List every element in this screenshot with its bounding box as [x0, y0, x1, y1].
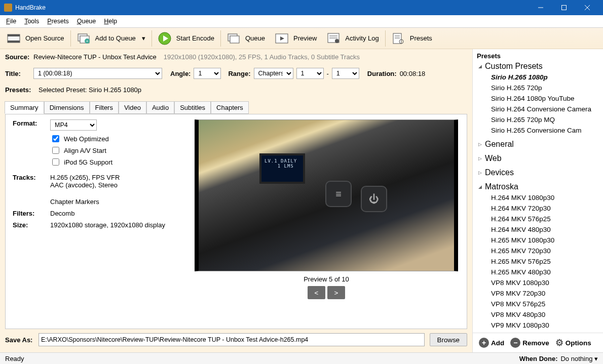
preset-item[interactable]: H.265 MKV 1080p30 [473, 235, 603, 246]
group-devices[interactable]: ▷Devices [473, 167, 603, 178]
preset-item[interactable]: Sirio H.265 720p [473, 83, 603, 93]
preset-item[interactable]: VP8 MKV 480p30 [473, 309, 603, 320]
tab-filters[interactable]: Filters [90, 101, 119, 114]
svg-point-20 [335, 39, 339, 43]
range-from-select[interactable]: 1 [296, 68, 324, 79]
tracks-line-3: Chapter Markers [50, 198, 120, 206]
open-source-button[interactable]: Open Source [2, 28, 69, 49]
tab-strip: Summary Dimensions Filters Video Audio S… [5, 101, 467, 114]
app-icon [4, 4, 12, 12]
preset-item[interactable]: VP9 MKV 1080p30 [473, 320, 603, 331]
presets-list[interactable]: ◢Custom Presets Sirio H.265 1080p Sirio … [473, 61, 603, 333]
window-title: HandBrake [15, 4, 46, 11]
separator [220, 30, 221, 47]
summary-panel: Format: MP4 Web Optimized Align A/V Star… [6, 114, 467, 329]
range-label: Range: [228, 70, 250, 77]
preset-item[interactable]: H.265 MKV 576p25 [473, 256, 603, 267]
preset-item[interactable]: Sirio H.265 Conversione Cam [473, 125, 603, 136]
tab-subtitles[interactable]: Subtitles [174, 101, 211, 114]
size-label: Size: [13, 221, 50, 229]
ipod-check[interactable]: iPod 5G Support [50, 157, 112, 167]
svg-text:+: + [86, 39, 88, 44]
preview-counter: Preview 5 of 10 [304, 275, 349, 283]
presets-icon [392, 32, 405, 45]
start-encode-button[interactable]: Start Encode [153, 28, 219, 49]
menu-help[interactable]: Help [100, 16, 121, 26]
remove-preset-button[interactable]: −Remove [508, 337, 551, 349]
duration-value: 00:08:18 [400, 70, 426, 77]
activity-log-button[interactable]: Activity Log [322, 28, 384, 49]
when-done-value[interactable]: Do nothing ▾ [560, 355, 598, 362]
queue-button[interactable]: Queue [222, 28, 270, 49]
menu-queue[interactable]: Queue [73, 16, 100, 26]
menu-tools[interactable]: Tools [20, 16, 43, 26]
close-button[interactable] [576, 0, 599, 15]
tab-summary[interactable]: Summary [5, 101, 44, 114]
play-icon [158, 32, 171, 45]
add-to-queue-button[interactable]: + Add to Queue ▾ [72, 28, 150, 49]
preview-icon [275, 32, 288, 45]
source-name: Review-Nitecore TUP - Unbox Test Advice [33, 53, 157, 61]
status-bar: Ready When Done: Do nothing ▾ [0, 352, 603, 364]
range-to-select[interactable]: 1 [332, 68, 359, 79]
separator [152, 30, 152, 47]
source-label: Source: [5, 53, 30, 61]
group-custom-presets[interactable]: ◢Custom Presets [473, 61, 603, 72]
format-select[interactable]: MP4 [50, 119, 97, 131]
preview-next-button[interactable]: > [327, 286, 345, 299]
align-av-check[interactable]: Align A/V Start [50, 145, 112, 155]
preview-thumbnail: LV.1 DAILY 1 LMS ≡ ⏻ [195, 119, 458, 271]
group-matroska[interactable]: ◢Matroska [473, 181, 603, 192]
svg-rect-14 [230, 36, 239, 43]
tracks-line-1: H.265 (x265), FPS VFR [50, 174, 120, 181]
tab-video[interactable]: Video [119, 101, 146, 114]
range-type-select[interactable]: Chapters [254, 68, 293, 79]
group-general[interactable]: ▷General [473, 139, 603, 150]
toolbar: Open Source + Add to Queue ▾ Start Encod… [0, 28, 603, 49]
web-optimized-check[interactable]: Web Optimized [50, 134, 112, 144]
preset-item[interactable]: VP8 MKV 720p30 [473, 288, 603, 299]
title-label: Title: [5, 70, 30, 77]
presets-button[interactable]: Presets [387, 28, 437, 49]
tab-chapters[interactable]: Chapters [211, 101, 249, 114]
presets-panel: Presets ◢Custom Presets Sirio H.265 1080… [472, 49, 603, 352]
preview-prev-button[interactable]: < [308, 286, 325, 299]
preset-item[interactable]: Sirio H.265 720p MQ [473, 114, 603, 125]
preset-item[interactable]: H.265 MKV 720p30 [473, 246, 603, 256]
title-bar: HandBrake [0, 0, 603, 15]
maximize-button[interactable] [552, 0, 576, 15]
menu-file[interactable]: File [2, 16, 20, 26]
save-as-input[interactable] [39, 333, 425, 346]
group-web[interactable]: ▷Web [473, 153, 603, 164]
options-button[interactable]: ⚙Options [553, 336, 593, 349]
browse-button[interactable]: Browse [430, 333, 467, 346]
preset-item[interactable]: Sirio H.265 1080p [473, 72, 603, 83]
preset-item[interactable]: H.264 MKV 576p25 [473, 214, 603, 224]
preset-item[interactable]: Sirio H.264 Conversione Camera [473, 104, 603, 114]
preset-item[interactable]: H.264 MKV 480p30 [473, 224, 603, 235]
minimize-button[interactable] [529, 0, 552, 15]
angle-select[interactable]: 1 [194, 68, 221, 79]
preset-item[interactable]: VP8 MKV 576p25 [473, 299, 603, 309]
tab-audio[interactable]: Audio [146, 101, 174, 114]
presets-label: Presets: [5, 86, 30, 94]
svg-rect-21 [393, 33, 401, 44]
add-preset-button[interactable]: +Add [477, 337, 506, 349]
tab-dimensions[interactable]: Dimensions [44, 101, 90, 114]
save-as-label: Save As: [5, 336, 33, 344]
title-select[interactable]: 1 (00:08:18) [33, 68, 162, 79]
angle-label: Angle: [170, 70, 191, 77]
range-separator: - [327, 70, 329, 77]
size-value: 1920x1080 storage, 1920x1080 display [50, 221, 165, 229]
preview-button[interactable]: Preview [270, 28, 322, 49]
svg-rect-5 [8, 34, 20, 36]
film-open-icon [7, 32, 20, 45]
menu-presets[interactable]: Presets [43, 16, 72, 26]
preset-item[interactable]: H.264 MKV 1080p30 [473, 192, 603, 203]
preset-item[interactable]: H.264 MKV 720p30 [473, 203, 603, 214]
duration-label: Duration: [367, 70, 397, 77]
tracks-label: Tracks: [13, 174, 50, 181]
preset-item[interactable]: H.265 MKV 480p30 [473, 267, 603, 277]
preset-item[interactable]: VP8 MKV 1080p30 [473, 277, 603, 288]
preset-item[interactable]: Sirio H.264 1080p YouTube [473, 93, 603, 104]
